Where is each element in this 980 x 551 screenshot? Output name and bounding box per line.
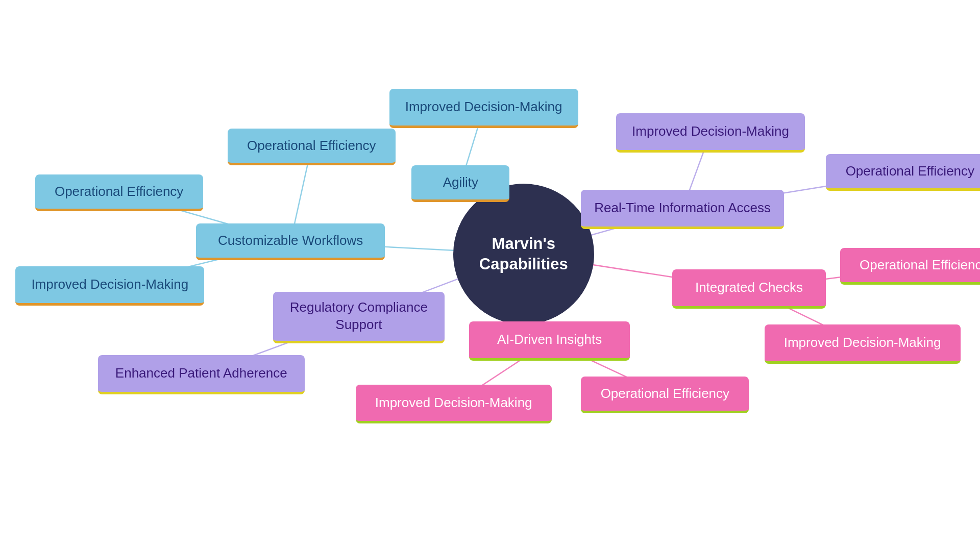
op-eff-top-left-node: Operational Efficiency	[228, 129, 396, 165]
op-eff-bottom-node: Operational Efficiency	[581, 377, 749, 413]
improved-dm-top-node: Improved Decision-Making	[389, 89, 578, 128]
improved-dm-right-top-node: Improved Decision-Making	[616, 113, 805, 153]
agility-node: Agility	[411, 165, 509, 202]
improved-dm-left-node: Improved Decision-Making	[15, 266, 204, 306]
mind-map: Marvin's CapabilitiesImproved Decision-M…	[0, 0, 980, 551]
enhanced-patient-node: Enhanced Patient Adherence	[98, 355, 305, 394]
op-eff-right-mid-node: Operational Efficiency	[840, 248, 980, 285]
center-node: Marvin's Capabilities	[453, 184, 594, 324]
integrated-checks-node: Integrated Checks	[672, 269, 826, 309]
customizable-node: Customizable Workflows	[196, 223, 385, 260]
improved-dm-bottom-node: Improved Decision-Making	[356, 385, 552, 424]
real-time-node: Real-Time Information Access	[581, 190, 784, 229]
ai-driven-node: AI-Driven Insights	[469, 321, 630, 361]
improved-dm-right-bot-node: Improved Decision-Making	[765, 324, 961, 364]
op-eff-left-node: Operational Efficiency	[35, 174, 203, 211]
op-eff-right-top-node: Operational Efficiency	[826, 154, 980, 191]
regulatory-node: Regulatory Compliance Support	[273, 292, 445, 343]
